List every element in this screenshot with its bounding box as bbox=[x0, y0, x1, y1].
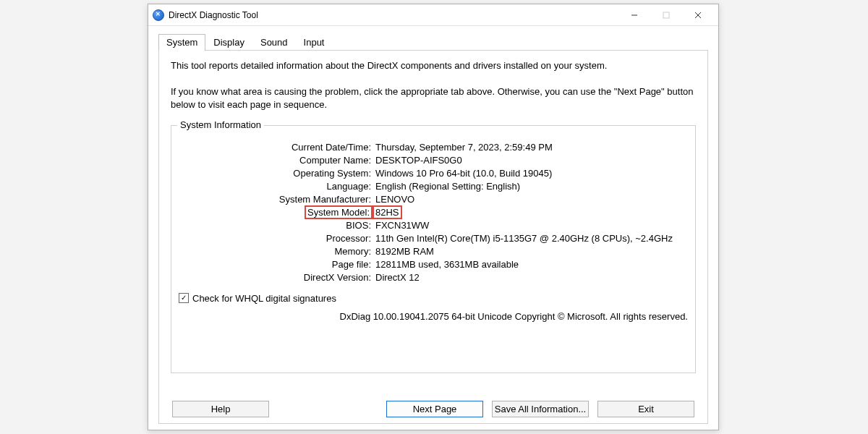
system-info-fieldset: System Information Current Date/Time: Th… bbox=[171, 125, 696, 373]
titlebar: DirectX Diagnostic Tool bbox=[148, 4, 718, 26]
content-area: System Display Sound Input This tool rep… bbox=[148, 26, 718, 430]
info-label: Page file: bbox=[179, 259, 375, 270]
info-value: DESKTOP-AIFS0G0 bbox=[375, 155, 688, 166]
tab-display[interactable]: Display bbox=[205, 34, 252, 51]
svg-rect-1 bbox=[663, 12, 669, 18]
info-value: Thursday, September 7, 2023, 2:59:49 PM bbox=[375, 142, 688, 153]
info-label: Computer Name: bbox=[179, 155, 375, 166]
info-value: DirectX 12 bbox=[375, 272, 688, 283]
tabs: System Display Sound Input bbox=[158, 34, 708, 51]
info-value: 8192MB RAM bbox=[375, 246, 688, 257]
info-value: 12811MB used, 3631MB available bbox=[375, 259, 688, 270]
intro-text: This tool reports detailed information a… bbox=[171, 59, 696, 112]
whql-label: Check for WHQL digital signatures bbox=[192, 293, 336, 304]
info-value: English (Regional Setting: English) bbox=[375, 181, 688, 192]
tab-sound[interactable]: Sound bbox=[252, 34, 296, 51]
help-button[interactable]: Help bbox=[172, 401, 269, 417]
system-info-legend: System Information bbox=[177, 119, 264, 130]
info-label: Operating System: bbox=[179, 168, 375, 179]
whql-row: ✓ Check for WHQL digital signatures bbox=[179, 293, 688, 304]
whql-checkbox[interactable]: ✓ bbox=[179, 293, 189, 303]
tab-panel: This tool reports detailed information a… bbox=[158, 50, 708, 424]
info-label: DirectX Version: bbox=[179, 272, 375, 283]
tab-system[interactable]: System bbox=[158, 34, 205, 51]
info-label-system-model: System Model: bbox=[179, 207, 375, 218]
info-label: BIOS: bbox=[179, 220, 375, 231]
minimize-button[interactable] bbox=[618, 4, 650, 26]
info-value: Windows 10 Pro 64-bit (10.0, Build 19045… bbox=[375, 168, 688, 179]
info-label: Processor: bbox=[179, 233, 375, 244]
window-title: DirectX Diagnostic Tool bbox=[169, 10, 258, 20]
intro-line1: This tool reports detailed information a… bbox=[171, 59, 696, 72]
info-value: FXCN31WW bbox=[375, 220, 688, 231]
app-icon bbox=[153, 9, 164, 21]
save-all-button[interactable]: Save All Information... bbox=[492, 401, 589, 417]
intro-line2: If you know what area is causing the pro… bbox=[171, 85, 696, 111]
system-info-table: Current Date/Time: Thursday, September 7… bbox=[179, 142, 688, 283]
footer-text: DxDiag 10.00.19041.2075 64-bit Unicode C… bbox=[179, 311, 688, 322]
buttons-row: Help Next Page Save All Information... E… bbox=[171, 401, 696, 417]
next-page-button[interactable]: Next Page bbox=[386, 401, 483, 417]
close-button[interactable] bbox=[682, 4, 714, 26]
maximize-button[interactable] bbox=[650, 4, 682, 26]
dxdiag-window: DirectX Diagnostic Tool System Display S… bbox=[148, 4, 719, 430]
tab-input[interactable]: Input bbox=[296, 34, 333, 51]
info-label: System Manufacturer: bbox=[179, 194, 375, 205]
exit-button[interactable]: Exit bbox=[597, 401, 694, 417]
info-label: Language: bbox=[179, 181, 375, 192]
info-value: LENOVO bbox=[375, 194, 688, 205]
info-value-system-model: 82HS bbox=[375, 207, 688, 218]
info-label: Memory: bbox=[179, 246, 375, 257]
info-label: Current Date/Time: bbox=[179, 142, 375, 153]
info-value: 11th Gen Intel(R) Core(TM) i5-1135G7 @ 2… bbox=[375, 233, 688, 244]
